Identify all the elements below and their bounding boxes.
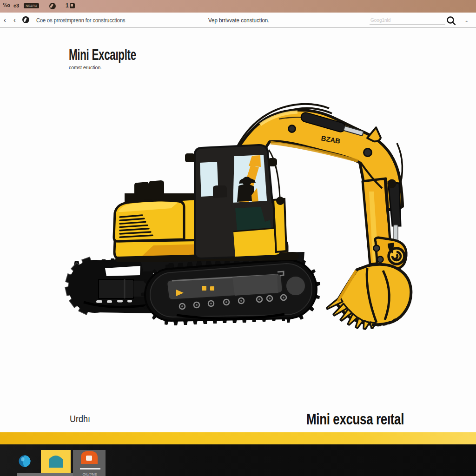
svg-text:OIL(?NE: OIL(?NE xyxy=(82,472,97,476)
